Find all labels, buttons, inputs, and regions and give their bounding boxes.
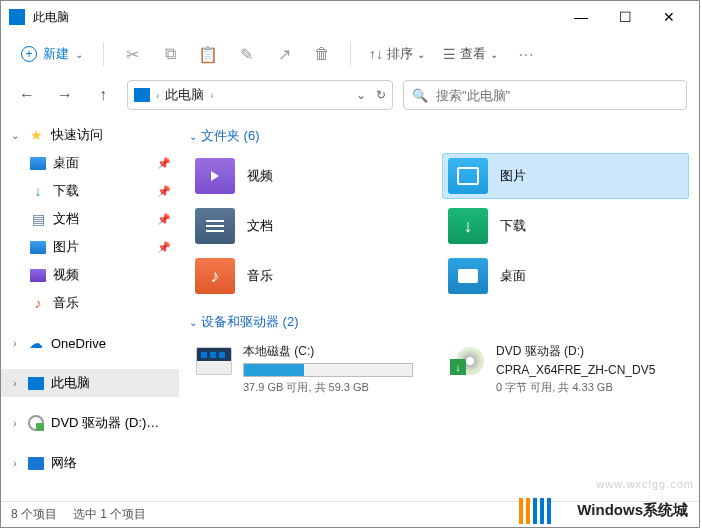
sidebar-pictures[interactable]: 图片 📌 xyxy=(1,233,179,261)
sidebar-label: 音乐 xyxy=(53,294,79,312)
pictures-icon xyxy=(30,241,46,254)
explorer-window: 此电脑 — ☐ ✕ + 新建 ⌄ ✂ ⧉ 📋 ✎ ↗ 🗑 ↑↓ 排序 ⌄ ☰ 查… xyxy=(0,0,700,528)
rename-button[interactable]: ✎ xyxy=(230,38,262,70)
sidebar-quick-access[interactable]: ★ 快速访问 xyxy=(1,121,179,149)
music-folder-icon xyxy=(195,258,235,294)
section-folders[interactable]: ⌄ 文件夹 (6) xyxy=(189,121,689,153)
search-input[interactable] xyxy=(436,88,678,103)
folder-music[interactable]: 音乐 xyxy=(189,253,436,299)
sort-label: 排序 xyxy=(387,45,413,63)
folder-label: 桌面 xyxy=(500,267,526,285)
drive-name: DVD 驱动器 (D:) xyxy=(496,343,683,360)
refresh-button[interactable]: ↻ xyxy=(376,88,386,102)
drive-d[interactable]: ↓ DVD 驱动器 (D:) CPRA_X64FRE_ZH-CN_DV5 0 字… xyxy=(442,339,689,399)
view-label: 查看 xyxy=(460,45,486,63)
breadcrumb[interactable]: 此电脑 xyxy=(165,86,204,104)
sidebar-videos[interactable]: 视频 xyxy=(1,261,179,289)
sidebar-onedrive[interactable]: ☁ OneDrive xyxy=(1,329,179,357)
document-icon: ▤ xyxy=(29,210,47,228)
sidebar-label: 桌面 xyxy=(53,154,79,172)
more-button[interactable]: ⋯ xyxy=(510,38,542,70)
drive-info: 0 字节 可用, 共 4.33 GB xyxy=(496,380,683,395)
chevron-right-icon[interactable] xyxy=(9,418,21,429)
hdd-icon xyxy=(195,343,233,379)
paste-button[interactable]: 📋 xyxy=(192,38,224,70)
folder-pictures[interactable]: 图片 xyxy=(442,153,689,199)
folder-downloads[interactable]: 下载 xyxy=(442,203,689,249)
search-box[interactable]: 🔍 xyxy=(403,80,687,110)
pin-icon: 📌 xyxy=(157,241,171,254)
chevron-down-icon: ⌄ xyxy=(189,317,197,328)
drive-subname: CPRA_X64FRE_ZH-CN_DV5 xyxy=(496,363,683,377)
delete-button[interactable]: 🗑 xyxy=(306,38,338,70)
sidebar-music[interactable]: ♪ 音乐 xyxy=(1,289,179,317)
documents-folder-icon xyxy=(195,208,235,244)
sidebar-documents[interactable]: ▤ 文档 📌 xyxy=(1,205,179,233)
video-folder-icon xyxy=(195,158,235,194)
folder-label: 文档 xyxy=(247,217,273,235)
breadcrumb-sep: › xyxy=(210,90,213,101)
folder-label: 视频 xyxy=(247,167,273,185)
sidebar-downloads[interactable]: ↓ 下载 📌 xyxy=(1,177,179,205)
cut-button[interactable]: ✂ xyxy=(116,38,148,70)
watermark-brand: Windows系统城 xyxy=(577,501,688,520)
folder-documents[interactable]: 文档 xyxy=(189,203,436,249)
back-button[interactable]: ← xyxy=(13,81,41,109)
forward-button[interactable]: → xyxy=(51,81,79,109)
drive-name: 本地磁盘 (C:) xyxy=(243,343,430,360)
chevron-down-icon[interactable] xyxy=(9,130,21,141)
drive-c[interactable]: 本地磁盘 (C:) 37.9 GB 可用, 共 59.3 GB xyxy=(189,339,436,399)
close-button[interactable]: ✕ xyxy=(647,2,691,32)
chevron-down-icon: ⌄ xyxy=(490,49,498,60)
watermark-logo xyxy=(519,498,551,524)
view-button[interactable]: ☰ 查看 ⌄ xyxy=(437,41,504,67)
folder-videos[interactable]: 视频 xyxy=(189,153,436,199)
folder-desktop[interactable]: 桌面 xyxy=(442,253,689,299)
chevron-down-icon: ⌄ xyxy=(189,131,197,142)
up-button[interactable]: ↑ xyxy=(89,81,117,109)
search-icon: 🔍 xyxy=(412,88,428,103)
section-label: 设备和驱动器 (2) xyxy=(201,313,299,331)
this-pc-icon xyxy=(28,377,44,390)
chevron-right-icon[interactable] xyxy=(9,378,21,389)
maximize-button[interactable]: ☐ xyxy=(603,2,647,32)
selected-count: 选中 1 个项目 xyxy=(73,506,146,523)
copy-button[interactable]: ⧉ xyxy=(154,38,186,70)
pin-icon: 📌 xyxy=(157,157,171,170)
sidebar-this-pc[interactable]: 此电脑 xyxy=(1,369,179,397)
sidebar-label: 此电脑 xyxy=(51,374,90,392)
sidebar-label: 网络 xyxy=(51,454,77,472)
breadcrumb-sep: › xyxy=(156,90,159,101)
video-icon xyxy=(30,269,46,282)
address-bar[interactable]: › 此电脑 › ⌄ ↻ xyxy=(127,80,393,110)
dropdown-icon[interactable]: ⌄ xyxy=(356,88,366,102)
sidebar-label: 图片 xyxy=(53,238,79,256)
share-button[interactable]: ↗ xyxy=(268,38,300,70)
sidebar-label: OneDrive xyxy=(51,336,106,351)
desktop-folder-icon xyxy=(448,258,488,294)
downloads-folder-icon xyxy=(448,208,488,244)
chevron-down-icon: ⌄ xyxy=(75,49,83,60)
sort-button[interactable]: ↑↓ 排序 ⌄ xyxy=(363,41,431,67)
drive-usage-bar xyxy=(243,363,413,377)
this-pc-icon xyxy=(9,9,25,25)
body: ★ 快速访问 桌面 📌 ↓ 下载 📌 ▤ 文档 📌 图片 📌 xyxy=(1,115,699,501)
section-label: 文件夹 (6) xyxy=(201,127,260,145)
sidebar-desktop[interactable]: 桌面 📌 xyxy=(1,149,179,177)
chevron-right-icon[interactable] xyxy=(9,458,21,469)
new-label: 新建 xyxy=(43,45,69,63)
chevron-right-icon[interactable] xyxy=(9,338,21,349)
network-icon xyxy=(28,457,44,470)
chevron-down-icon: ⌄ xyxy=(417,49,425,60)
item-count: 8 个项目 xyxy=(11,506,57,523)
sidebar-label: 文档 xyxy=(53,210,79,228)
view-icon: ☰ xyxy=(443,46,456,62)
sidebar-network[interactable]: 网络 xyxy=(1,449,179,477)
drive-info: 37.9 GB 可用, 共 59.3 GB xyxy=(243,380,430,395)
section-drives[interactable]: ⌄ 设备和驱动器 (2) xyxy=(189,307,689,339)
plus-icon: + xyxy=(21,46,37,62)
sidebar-dvd[interactable]: DVD 驱动器 (D:) CPRA_X64FRE_ZH-CN_DV5 xyxy=(1,409,179,437)
minimize-button[interactable]: — xyxy=(559,2,603,32)
pin-icon: 📌 xyxy=(157,185,171,198)
new-button[interactable]: + 新建 ⌄ xyxy=(13,41,91,67)
